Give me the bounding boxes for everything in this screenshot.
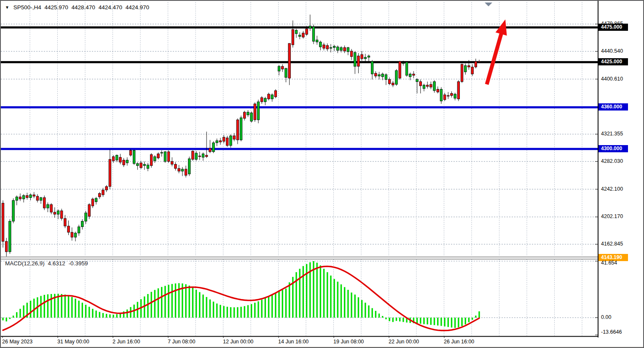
macd-axis-label: 41.654 [601, 260, 617, 266]
price-gridlines [1, 2, 598, 256]
symbol-dropdown-icon[interactable]: ▼ [5, 5, 9, 10]
macd-name: MACD(12,26,9) [5, 260, 45, 267]
time-axis-label: 7 Jun 08:00 [168, 339, 195, 345]
price-level-badge[interactable]: 4360.000 [598, 103, 628, 111]
price-axis-label: 4321.355 [601, 131, 623, 137]
ohlc-high: 4428.470 [72, 4, 95, 11]
price-axis-separator [598, 1, 598, 337]
macd-signal-line [3, 266, 479, 330]
time-axis-label: 22 Jun 00:00 [389, 339, 419, 345]
symbol-period: SP500-,H4 [13, 4, 41, 11]
price-axis-label: 4162.845 [601, 241, 623, 247]
price-axis-label: 4400.610 [601, 76, 623, 82]
price-axis-label: 4242.100 [601, 186, 623, 192]
time-axis-label: 26 May 2023 [2, 339, 32, 345]
macd-axis-label: -13.6646 [601, 329, 622, 335]
time-axis-label: 19 Jun 08:00 [333, 339, 364, 345]
macd-histogram [2, 261, 480, 328]
time-axis-label: 2 Jun 16:00 [113, 339, 140, 345]
price-axis-label: 4440.540 [601, 48, 623, 54]
chart-title: ▼ SP500-,H4 4425.970 4428.470 4424.470 4… [5, 4, 151, 11]
chart-end-marker-icon[interactable] [485, 3, 492, 6]
ohlc-close: 4424.970 [126, 4, 149, 11]
chart-plot-area[interactable] [1, 1, 598, 338]
price-axis-label: 4282.030 [601, 158, 623, 164]
macd-indicator-label: MACD(12,26,9) 4.6312 -0.3959 [5, 260, 89, 267]
time-axis-label: 12 Jun 00:00 [223, 339, 253, 345]
macd-signal-value: -0.3959 [69, 260, 88, 267]
horizontal-price-lines[interactable] [1, 27, 598, 259]
ohlc-low: 4424.470 [99, 4, 122, 11]
macd-main-value: 4.6312 [48, 260, 65, 267]
time-axis-label: 26 Jun 16:00 [444, 339, 474, 345]
macd-axis-label: 0.00 [601, 314, 611, 320]
chart-window: ▼ SP500-,H4 4425.970 4428.470 4424.470 4… [0, 0, 644, 348]
ohlc-open: 4425.970 [44, 4, 68, 11]
price-axis-label: 4202.170 [601, 213, 623, 219]
candlestick-series [2, 15, 480, 258]
price-level-badge[interactable]: 4475.000 [598, 24, 628, 31]
time-axis-label: 31 May 00:00 [57, 339, 89, 345]
time-axis-label: 14 Jun 16:00 [278, 339, 309, 345]
price-level-badge[interactable]: 4300.000 [598, 145, 628, 152]
up-arrow-annotation[interactable] [487, 19, 507, 84]
price-level-badge[interactable]: 4425.000 [598, 58, 628, 65]
